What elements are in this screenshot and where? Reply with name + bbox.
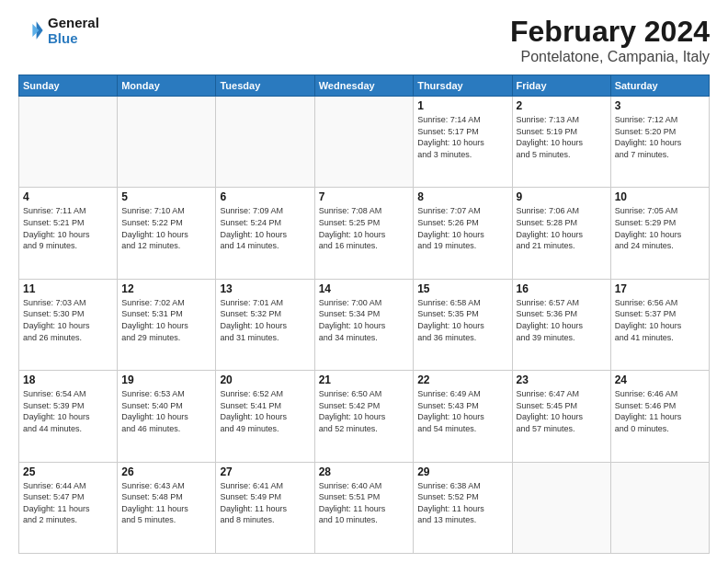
calendar-cell: 22Sunrise: 6:49 AMSunset: 5:43 PMDayligh… [414,371,512,462]
weekday-header: Saturday [610,75,709,97]
logo: General Blue [18,15,99,46]
day-number: 22 [417,373,507,386]
calendar-cell: 1Sunrise: 7:14 AMSunset: 5:17 PMDaylight… [414,97,512,188]
calendar-cell: 4Sunrise: 7:11 AMSunset: 5:21 PMDaylight… [19,188,118,279]
day-number: 4 [23,190,113,203]
calendar-cell: 6Sunrise: 7:09 AMSunset: 5:24 PMDaylight… [216,188,314,279]
day-info: Sunrise: 7:10 AMSunset: 5:22 PMDaylight:… [121,205,211,251]
calendar-cell: 27Sunrise: 6:41 AMSunset: 5:49 PMDayligh… [216,462,314,553]
calendar-cell: 23Sunrise: 6:47 AMSunset: 5:45 PMDayligh… [512,371,610,462]
day-number: 10 [615,190,705,203]
calendar-cell: 17Sunrise: 6:56 AMSunset: 5:37 PMDayligh… [610,279,709,370]
calendar-week-row: 25Sunrise: 6:44 AMSunset: 5:47 PMDayligh… [19,462,710,553]
day-info: Sunrise: 7:11 AMSunset: 5:21 PMDaylight:… [23,205,113,251]
day-number: 5 [121,190,211,203]
day-number: 26 [121,465,211,478]
weekday-header: Monday [118,75,216,97]
day-info: Sunrise: 6:43 AMSunset: 5:48 PMDaylight:… [121,480,211,526]
day-info: Sunrise: 6:56 AMSunset: 5:37 PMDaylight:… [615,297,705,343]
calendar-cell: 19Sunrise: 6:53 AMSunset: 5:40 PMDayligh… [118,371,216,462]
day-number: 15 [417,282,507,295]
day-info: Sunrise: 6:38 AMSunset: 5:52 PMDaylight:… [417,480,507,526]
day-number: 25 [23,465,113,478]
calendar-cell: 28Sunrise: 6:40 AMSunset: 5:51 PMDayligh… [314,462,413,553]
weekday-header-row: SundayMondayTuesdayWednesdayThursdayFrid… [19,75,710,97]
calendar-cell: 21Sunrise: 6:50 AMSunset: 5:42 PMDayligh… [314,371,413,462]
day-number: 18 [23,373,113,386]
calendar-cell: 20Sunrise: 6:52 AMSunset: 5:41 PMDayligh… [216,371,314,462]
logo-text: General Blue [48,15,99,46]
day-info: Sunrise: 6:52 AMSunset: 5:41 PMDaylight:… [220,388,310,434]
day-number: 29 [417,465,507,478]
day-info: Sunrise: 7:12 AMSunset: 5:20 PMDaylight:… [615,114,705,160]
day-number: 6 [220,190,310,203]
day-number: 2 [517,99,607,112]
day-number: 23 [517,373,607,386]
calendar-cell: 24Sunrise: 6:46 AMSunset: 5:46 PMDayligh… [610,371,709,462]
weekday-header: Tuesday [216,75,314,97]
calendar-cell: 12Sunrise: 7:02 AMSunset: 5:31 PMDayligh… [118,279,216,370]
calendar-cell: 14Sunrise: 7:00 AMSunset: 5:34 PMDayligh… [314,279,413,370]
weekday-header: Wednesday [314,75,413,97]
day-number: 14 [319,282,409,295]
day-number: 9 [517,190,607,203]
day-info: Sunrise: 6:41 AMSunset: 5:49 PMDaylight:… [220,480,310,526]
weekday-header: Thursday [414,75,512,97]
header: General Blue February 2024 Pontelatone, … [18,15,710,65]
day-info: Sunrise: 6:49 AMSunset: 5:43 PMDaylight:… [417,388,507,434]
day-info: Sunrise: 6:54 AMSunset: 5:39 PMDaylight:… [23,388,113,434]
day-number: 7 [319,190,409,203]
day-number: 20 [220,373,310,386]
day-info: Sunrise: 6:57 AMSunset: 5:36 PMDaylight:… [517,297,607,343]
calendar-cell: 25Sunrise: 6:44 AMSunset: 5:47 PMDayligh… [19,462,118,553]
day-info: Sunrise: 7:09 AMSunset: 5:24 PMDaylight:… [220,205,310,251]
calendar-cell [512,462,610,553]
calendar-cell: 15Sunrise: 6:58 AMSunset: 5:35 PMDayligh… [414,279,512,370]
calendar: SundayMondayTuesdayWednesdayThursdayFrid… [18,75,710,554]
calendar-cell: 16Sunrise: 6:57 AMSunset: 5:36 PMDayligh… [512,279,610,370]
subtitle: Pontelatone, Campania, Italy [510,49,710,65]
day-info: Sunrise: 6:50 AMSunset: 5:42 PMDaylight:… [319,388,409,434]
day-number: 12 [121,282,211,295]
day-info: Sunrise: 7:00 AMSunset: 5:34 PMDaylight:… [319,297,409,343]
day-info: Sunrise: 7:03 AMSunset: 5:30 PMDaylight:… [23,297,113,343]
calendar-cell [314,97,413,188]
calendar-cell [610,462,709,553]
day-number: 21 [319,373,409,386]
day-number: 17 [615,282,705,295]
day-number: 8 [417,190,507,203]
day-number: 13 [220,282,310,295]
day-info: Sunrise: 7:06 AMSunset: 5:28 PMDaylight:… [517,205,607,251]
day-number: 24 [615,373,705,386]
calendar-cell: 29Sunrise: 6:38 AMSunset: 5:52 PMDayligh… [414,462,512,553]
calendar-cell [216,97,314,188]
day-info: Sunrise: 6:46 AMSunset: 5:46 PMDaylight:… [615,388,705,434]
day-info: Sunrise: 6:44 AMSunset: 5:47 PMDaylight:… [23,480,113,526]
weekday-header: Friday [512,75,610,97]
day-number: 3 [615,99,705,112]
day-number: 1 [417,99,507,112]
page: General Blue February 2024 Pontelatone, … [0,0,728,563]
logo-icon [18,17,44,43]
calendar-cell: 5Sunrise: 7:10 AMSunset: 5:22 PMDaylight… [118,188,216,279]
day-info: Sunrise: 7:02 AMSunset: 5:31 PMDaylight:… [121,297,211,343]
day-number: 19 [121,373,211,386]
day-info: Sunrise: 7:14 AMSunset: 5:17 PMDaylight:… [417,114,507,160]
calendar-week-row: 11Sunrise: 7:03 AMSunset: 5:30 PMDayligh… [19,279,710,370]
calendar-cell: 8Sunrise: 7:07 AMSunset: 5:26 PMDaylight… [414,188,512,279]
calendar-cell [19,97,118,188]
calendar-cell: 10Sunrise: 7:05 AMSunset: 5:29 PMDayligh… [610,188,709,279]
weekday-header: Sunday [19,75,118,97]
day-number: 16 [517,282,607,295]
calendar-cell: 18Sunrise: 6:54 AMSunset: 5:39 PMDayligh… [19,371,118,462]
main-title: February 2024 [510,15,710,49]
day-info: Sunrise: 6:40 AMSunset: 5:51 PMDaylight:… [319,480,409,526]
day-number: 28 [319,465,409,478]
day-info: Sunrise: 6:58 AMSunset: 5:35 PMDaylight:… [417,297,507,343]
calendar-cell: 26Sunrise: 6:43 AMSunset: 5:48 PMDayligh… [118,462,216,553]
day-info: Sunrise: 6:47 AMSunset: 5:45 PMDaylight:… [517,388,607,434]
calendar-week-row: 4Sunrise: 7:11 AMSunset: 5:21 PMDaylight… [19,188,710,279]
calendar-cell: 11Sunrise: 7:03 AMSunset: 5:30 PMDayligh… [19,279,118,370]
calendar-cell: 7Sunrise: 7:08 AMSunset: 5:25 PMDaylight… [314,188,413,279]
calendar-week-row: 18Sunrise: 6:54 AMSunset: 5:39 PMDayligh… [19,371,710,462]
